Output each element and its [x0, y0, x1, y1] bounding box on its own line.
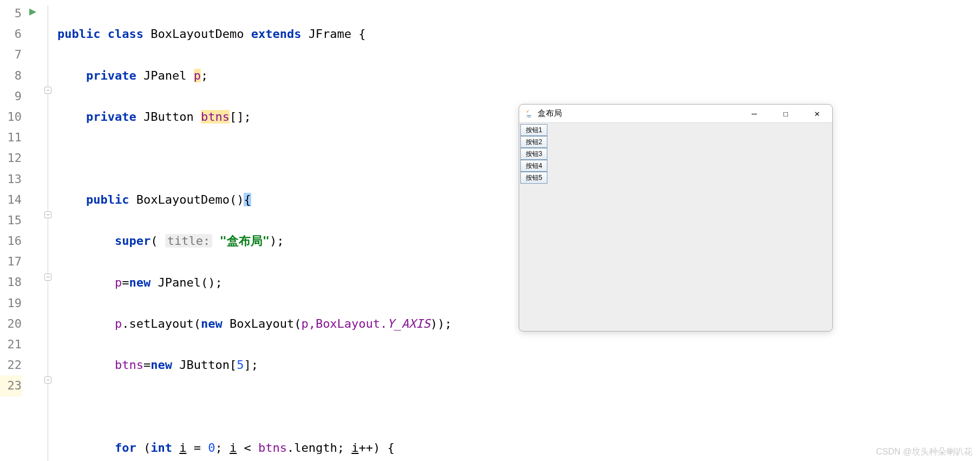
line-number: 17 [0, 251, 22, 272]
jbutton-1[interactable]: 按钮1 [520, 124, 547, 136]
jbutton-4[interactable]: 按钮4 [520, 160, 547, 172]
fold-toggle-icon[interactable]: − [44, 87, 51, 94]
line-number: 13 [0, 169, 22, 190]
line-number: 10 [0, 107, 22, 127]
code-editor: 5 6 7 8 9 10 11 12 13 14 15 16 17 18 19 … [0, 0, 980, 461]
maximize-button[interactable]: ☐ [778, 108, 793, 119]
line-number: 8 [0, 66, 22, 86]
line-number: 12 [0, 148, 22, 168]
java-swing-window: 盒布局 — ☐ ✕ 按钮1 按钮2 按钮3 按钮4 按钮5 [519, 104, 833, 332]
watermark-text: CSDN @坟头种朵喇叭花 [876, 446, 972, 458]
jbutton-5[interactable]: 按钮5 [520, 172, 547, 184]
minimize-button[interactable]: — [747, 108, 762, 119]
jbutton-2[interactable]: 按钮2 [520, 136, 547, 148]
window-content: 按钮1 按钮2 按钮3 按钮4 按钮5 [519, 123, 832, 185]
java-icon [524, 108, 534, 119]
line-number: 21 [0, 334, 22, 355]
fold-toggle-icon[interactable]: − [44, 376, 51, 384]
line-number: 9 [0, 86, 22, 107]
code-area[interactable]: public class BoxLayoutDemo extends JFram… [54, 0, 980, 461]
line-number: 22 [0, 355, 22, 375]
line-number: 11 [0, 127, 22, 148]
line-number: 16 [0, 231, 22, 251]
fold-gutter: − − − − [43, 0, 54, 461]
line-number: 23 [0, 375, 22, 396]
window-titlebar[interactable]: 盒布局 — ☐ ✕ [519, 105, 832, 123]
run-gutter: ▶ [27, 0, 43, 461]
window-title: 盒布局 [538, 108, 562, 119]
run-icon[interactable]: ▶ [29, 4, 36, 18]
line-number: 6 [0, 24, 22, 44]
line-number: 15 [0, 210, 22, 231]
close-button[interactable]: ✕ [809, 108, 825, 119]
fold-toggle-icon[interactable]: − [44, 211, 51, 218]
line-number-gutter: 5 6 7 8 9 10 11 12 13 14 15 16 17 18 19 … [0, 0, 27, 461]
line-number: 19 [0, 293, 22, 314]
line-number: 7 [0, 44, 22, 65]
line-number: 5 [0, 3, 22, 24]
line-number: 20 [0, 314, 22, 334]
line-number: 14 [0, 190, 22, 210]
line-number: 18 [0, 272, 22, 293]
jbutton-3[interactable]: 按钮3 [520, 148, 547, 160]
fold-toggle-icon[interactable]: − [44, 274, 51, 281]
